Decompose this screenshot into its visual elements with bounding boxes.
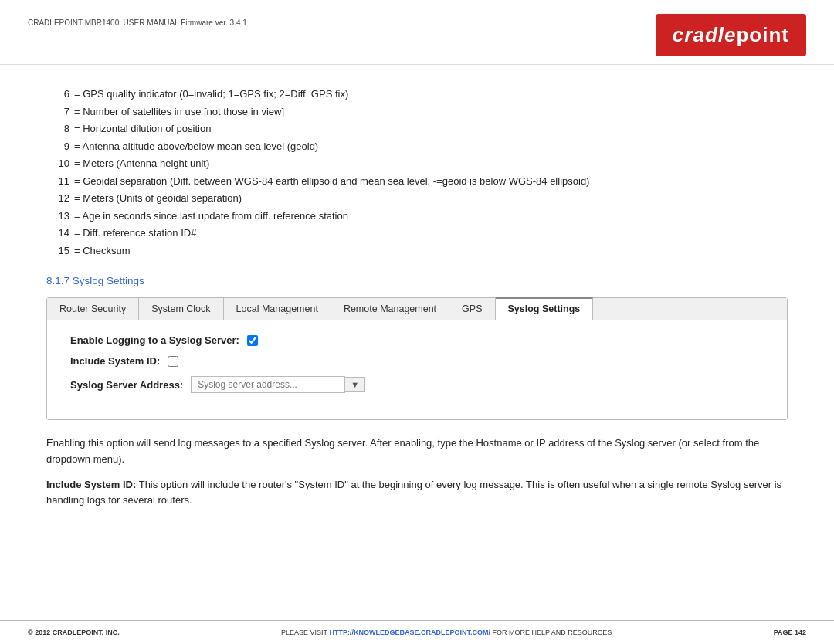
enable-logging-row: Enable Logging to a Syslog Server:	[70, 334, 764, 346]
header-meta: CRADLEPOINT MBR1400| USER MANUAL Firmwar…	[28, 19, 247, 27]
list-num: 11	[46, 174, 70, 189]
list-text: = GPS quality indicator (0=invalid; 1=GP…	[74, 86, 348, 102]
syslog-address-label: Syslog Server Address:	[70, 379, 183, 391]
footer-center-post: FOR MORE HELP AND RESOURCES	[490, 629, 612, 636]
list-item: 12= Meters (Units of geoidal separation)	[46, 191, 788, 206]
list-num: 7	[46, 104, 70, 120]
list-item: 8= Horizontal dilution of position	[46, 121, 788, 137]
list-num: 6	[46, 86, 70, 102]
tab-gps[interactable]: GPS	[449, 298, 495, 320]
list-text: = Checksum	[74, 243, 131, 259]
syslog-dropdown-arrow[interactable]: ▼	[345, 377, 365, 392]
list-num: 12	[46, 191, 70, 206]
main-content: 6= GPS quality indicator (0=invalid; 1=G…	[0, 65, 834, 534]
tab-local-management[interactable]: Local Management	[224, 298, 331, 320]
footer-left: © 2012 CRADLEPOINT, INC.	[28, 629, 120, 636]
include-system-id-row: Include System ID:	[70, 355, 764, 367]
list-text: = Meters (Units of geoidal separation)	[74, 191, 242, 206]
tab-router-security[interactable]: Router Security	[47, 298, 139, 320]
enable-logging-label: Enable Logging to a Syslog Server:	[70, 334, 239, 346]
list-item: 6= GPS quality indicator (0=invalid; 1=G…	[46, 86, 788, 102]
footer-center: PLEASE VISIT HTTP://KNOWLEDGEBASE.CRADLE…	[281, 629, 612, 636]
body-para-2-rest: This option will include the router's "S…	[46, 479, 781, 507]
tab-panel: Router Security System Clock Local Manag…	[46, 297, 788, 420]
numbered-list: 6= GPS quality indicator (0=invalid; 1=G…	[46, 86, 788, 258]
list-text: = Meters (Antenna height unit)	[74, 156, 209, 171]
logo-box: cradlepoint	[656, 14, 806, 56]
tab-remote-management[interactable]: Remote Management	[331, 298, 449, 320]
syslog-address-row: Syslog Server Address: ▼	[70, 376, 764, 393]
list-item: 11= Geoidal separation (Diff. between WG…	[46, 174, 788, 189]
list-num: 10	[46, 156, 70, 171]
list-text: = Age in seconds since last update from …	[74, 208, 348, 224]
tab-content-syslog: Enable Logging to a Syslog Server: Inclu…	[47, 320, 787, 419]
page-footer: © 2012 CRADLEPOINT, INC. PLEASE VISIT HT…	[0, 620, 834, 644]
enable-logging-checkbox[interactable]	[247, 335, 258, 346]
footer-link[interactable]: HTTP://KNOWLEDGEBASE.CRADLEPOINT.COM/	[329, 629, 490, 636]
include-system-id-checkbox[interactable]	[168, 356, 178, 367]
list-num: 8	[46, 121, 70, 137]
body-para-2-bold: Include System ID:	[46, 479, 136, 490]
list-text: = Diff. reference station ID#	[74, 225, 196, 241]
list-item: 9= Antenna altitude above/below mean sea…	[46, 139, 788, 154]
logo: cradlepoint	[673, 23, 789, 47]
tab-bar: Router Security System Clock Local Manag…	[47, 298, 787, 320]
tab-system-clock[interactable]: System Clock	[139, 298, 223, 320]
body-para-2: Include System ID: This option will incl…	[46, 477, 788, 510]
list-text: = Geoidal separation (Diff. between WGS-…	[74, 174, 589, 189]
list-num: 14	[46, 225, 70, 241]
page-header: CRADLEPOINT MBR1400| USER MANUAL Firmwar…	[0, 0, 834, 65]
section-heading: 8.1.7 Syslog Settings	[46, 275, 788, 286]
list-item: 7= Number of satellites in use [not thos…	[46, 104, 788, 120]
include-system-id-label: Include System ID:	[70, 355, 160, 367]
list-num: 13	[46, 208, 70, 224]
footer-right: PAGE 142	[774, 629, 806, 636]
footer-center-pre: PLEASE VISIT	[281, 629, 329, 636]
list-item: 15= Checksum	[46, 243, 788, 259]
list-item: 13= Age in seconds since last update fro…	[46, 208, 788, 224]
list-item: 10= Meters (Antenna height unit)	[46, 156, 788, 171]
list-num: 15	[46, 243, 70, 259]
list-num: 9	[46, 139, 70, 154]
tab-syslog-settings[interactable]: Syslog Settings	[496, 297, 594, 320]
list-text: = Number of satellites in use [not those…	[74, 104, 284, 120]
list-text: = Horizontal dilution of position	[74, 121, 211, 137]
syslog-address-input[interactable]	[191, 376, 345, 393]
list-text: = Antenna altitude above/below mean sea …	[74, 139, 318, 154]
list-item: 14= Diff. reference station ID#	[46, 225, 788, 241]
body-para-1: Enabling this option will send log messa…	[46, 436, 788, 468]
